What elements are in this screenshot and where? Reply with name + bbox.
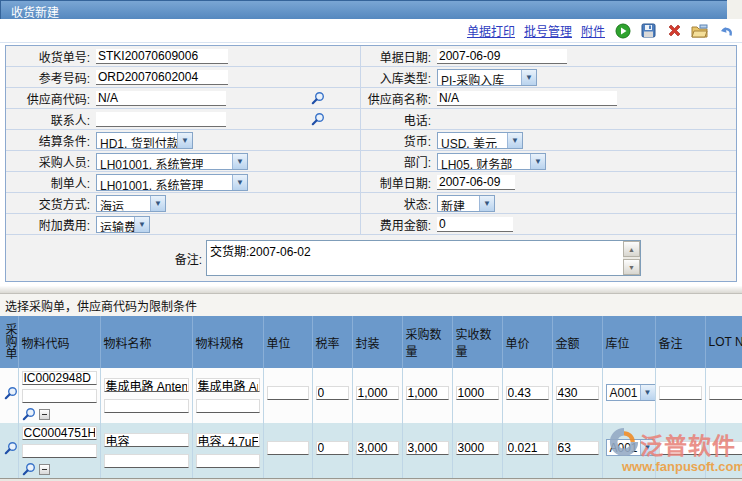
- po-lookup-icon[interactable]: [4, 441, 18, 455]
- supplier-lookup-icon[interactable]: [311, 91, 325, 105]
- item-row: A001▼: [0, 423, 742, 478]
- print-document-link[interactable]: 单据打印: [467, 22, 515, 39]
- storage-type-select[interactable]: PI-采购入库▼: [437, 69, 537, 86]
- status-select[interactable]: 新建▼: [437, 195, 495, 212]
- material-code-input[interactable]: [22, 426, 97, 440]
- form-row: 结算条件: HD1, 货到付款▼ 货币: USD, 美元▼: [6, 130, 736, 151]
- status-label: 状态:: [361, 195, 435, 212]
- chevron-down-icon: ▼: [232, 175, 247, 190]
- attachment-link[interactable]: 附件: [581, 22, 605, 39]
- material-spec-aux-input[interactable]: [196, 399, 260, 413]
- folder-icon[interactable]: [691, 24, 708, 38]
- receipt-no-label: 收货单号:: [6, 48, 94, 65]
- row-remark-input[interactable]: [659, 441, 702, 455]
- storage-type-label: 入库类型:: [361, 69, 435, 86]
- lot-no-input[interactable]: [709, 386, 742, 400]
- received-qty-input[interactable]: [456, 386, 499, 400]
- receipt-form: 收货单号: 单据日期: 参考号码: 入库类型: PI-采购入库▼ 供应商代码:: [5, 45, 737, 282]
- contact-lookup-icon[interactable]: [311, 112, 325, 126]
- textarea-scrollbar[interactable]: ▲ ▼: [623, 241, 640, 275]
- material-code-input[interactable]: [22, 371, 97, 385]
- material-name-input[interactable]: [104, 378, 189, 392]
- amount-input[interactable]: [556, 441, 599, 455]
- col-location: 库位: [602, 316, 655, 368]
- save-icon[interactable]: [641, 23, 656, 38]
- col-material-code: 物料代码: [18, 316, 100, 368]
- doc-date-input[interactable]: [437, 49, 567, 64]
- remove-row-icon[interactable]: [39, 464, 50, 475]
- additional-fee-label: 附加费用:: [6, 216, 94, 233]
- lot-no-input[interactable]: [709, 441, 742, 455]
- section-divider: [0, 286, 742, 294]
- location-select[interactable]: A001▼: [606, 384, 656, 401]
- ref-no-input[interactable]: [96, 70, 228, 85]
- department-label: 部门:: [361, 153, 435, 170]
- col-purchase-order: 采购单: [0, 316, 18, 368]
- supplier-code-input[interactable]: [96, 91, 226, 106]
- undo-icon[interactable]: [718, 24, 734, 38]
- creator-label: 制单人:: [6, 174, 94, 191]
- chevron-down-icon: ▼: [530, 154, 545, 169]
- amount-input[interactable]: [556, 386, 599, 400]
- scroll-down-icon[interactable]: ▼: [623, 259, 640, 275]
- tax-rate-input[interactable]: [316, 441, 349, 455]
- material-name-aux-input[interactable]: [104, 399, 189, 413]
- department-select[interactable]: LH05, 财务部▼: [437, 153, 546, 170]
- supplier-name-input[interactable]: [437, 91, 617, 106]
- creator-select[interactable]: LH01001, 系统管理▼: [96, 174, 248, 191]
- contact-label: 联系人:: [6, 111, 94, 128]
- receipt-no-input[interactable]: [96, 49, 228, 64]
- material-name-aux-input[interactable]: [104, 454, 189, 468]
- phone-label: 电话:: [361, 111, 435, 128]
- material-lookup-icon[interactable]: [22, 407, 36, 421]
- settlement-terms-select[interactable]: HD1, 货到付款▼: [96, 132, 193, 149]
- scroll-up-icon[interactable]: ▲: [623, 241, 640, 257]
- material-code-aux-input[interactable]: [22, 444, 97, 458]
- fee-amount-input[interactable]: [437, 217, 513, 232]
- contact-input[interactable]: [96, 112, 226, 127]
- material-name-input[interactable]: [104, 433, 189, 447]
- col-unit: 单位: [263, 316, 312, 368]
- section-note: 选择采购单，供应商代码为限制条件: [0, 294, 742, 316]
- form-row: 联系人: 电话:: [6, 109, 736, 130]
- po-qty-input[interactable]: [406, 441, 449, 455]
- remark-textarea[interactable]: [207, 241, 623, 275]
- material-spec-input[interactable]: [196, 378, 260, 392]
- delivery-method-select[interactable]: 海运▼: [96, 195, 166, 212]
- package-input[interactable]: [356, 386, 399, 400]
- col-po-qty: 采购数量: [402, 316, 452, 368]
- purchaser-select[interactable]: LH01001, 系统管理▼: [96, 153, 248, 170]
- material-code-aux-input[interactable]: [22, 389, 97, 403]
- unit-price-input[interactable]: [506, 386, 549, 400]
- po-qty-input[interactable]: [406, 386, 449, 400]
- currency-select[interactable]: USD, 美元▼: [437, 132, 523, 149]
- tax-rate-input[interactable]: [316, 386, 349, 400]
- po-lookup-icon[interactable]: [4, 386, 18, 400]
- items-grid: 采购单 物料代码 物料名称 物料规格 单位 税率 封装 采购数量 实收数量 单价…: [0, 316, 742, 478]
- material-lookup-icon[interactable]: [22, 462, 36, 476]
- col-amount: 金额: [552, 316, 602, 368]
- receipt-new-window: 收货新建 单据打印 批号管理 附件 收货单号:: [0, 0, 742, 481]
- location-select[interactable]: A001▼: [606, 439, 656, 456]
- material-spec-aux-input[interactable]: [196, 454, 260, 468]
- doc-date-label: 单据日期:: [361, 48, 435, 65]
- unit-input[interactable]: [267, 386, 309, 400]
- batch-manage-link[interactable]: 批号管理: [524, 22, 572, 39]
- unit-input[interactable]: [267, 441, 309, 455]
- col-package: 封装: [352, 316, 402, 368]
- chevron-down-icon: ▼: [134, 217, 149, 232]
- unit-price-input[interactable]: [506, 441, 549, 455]
- chevron-down-icon: ▼: [479, 196, 494, 211]
- delete-icon[interactable]: [666, 23, 681, 38]
- row-remark-input[interactable]: [659, 386, 702, 400]
- remove-row-icon[interactable]: [39, 409, 50, 420]
- create-date-input[interactable]: [437, 175, 515, 190]
- package-input[interactable]: [356, 441, 399, 455]
- page-title: 收货新建: [11, 6, 59, 20]
- additional-fee-select[interactable]: 运输费▼: [96, 216, 150, 233]
- form-row: 附加费用: 运输费▼ 费用金额:: [6, 214, 736, 235]
- submit-icon[interactable]: [615, 23, 631, 39]
- received-qty-input[interactable]: [456, 441, 499, 455]
- material-spec-input[interactable]: [196, 433, 260, 447]
- form-row: 采购人员: LH01001, 系统管理▼ 部门: LH05, 财务部▼: [6, 151, 736, 172]
